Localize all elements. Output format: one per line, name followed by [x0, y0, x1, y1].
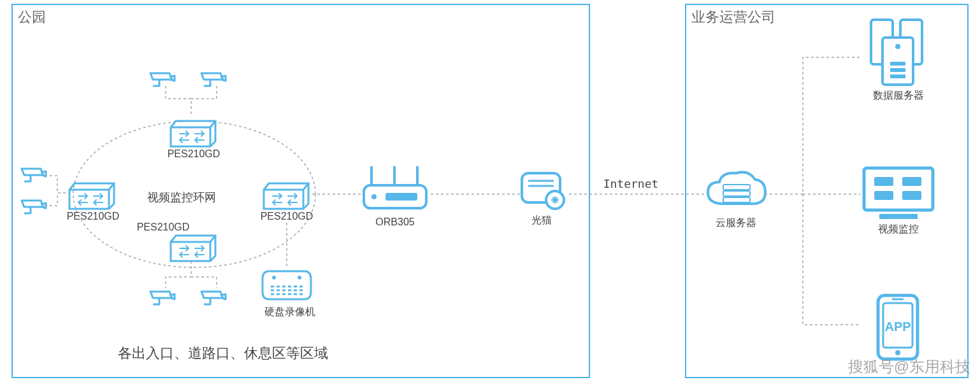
- cloud-label: 云服务器: [707, 216, 765, 230]
- svg-rect-10: [723, 197, 750, 202]
- link: [312, 191, 363, 197]
- switch-icon: [167, 115, 219, 148]
- svg-rect-22: [902, 191, 921, 200]
- switch-icon: [167, 229, 219, 262]
- svg-point-14: [895, 44, 900, 49]
- camera-link: [156, 261, 233, 290]
- cloud-icon: [704, 167, 768, 218]
- link: [284, 223, 296, 267]
- ring-label: 视频监控环网: [137, 190, 226, 205]
- app-badge: APP: [884, 320, 911, 334]
- svg-rect-18: [864, 168, 933, 210]
- svg-point-1: [272, 276, 276, 279]
- park-caption: 各出入口、道路口、休息区等区域: [83, 344, 363, 363]
- svg-rect-16: [890, 68, 905, 72]
- svg-point-4: [371, 194, 377, 199]
- servers-icon: [857, 16, 940, 86]
- switch-left-label: PES210GD: [64, 211, 122, 222]
- monitor-icon: [860, 164, 937, 222]
- switch-icon: [66, 177, 118, 210]
- servers-label: 数据服务器: [863, 89, 933, 103]
- modem-icon: [519, 171, 569, 213]
- svg-rect-9: [723, 191, 750, 196]
- svg-rect-21: [874, 191, 893, 200]
- app-icon: APP: [873, 293, 923, 363]
- monitor-label: 视频监控: [867, 223, 930, 236]
- svg-point-26: [895, 350, 900, 355]
- svg-rect-17: [890, 74, 905, 78]
- camera-link: [45, 171, 70, 215]
- modem-label: 光猫: [522, 214, 561, 227]
- switch-icon: [260, 177, 312, 210]
- svg-rect-19: [874, 177, 893, 186]
- switch-top-label: PES210GD: [164, 148, 223, 160]
- switch-bottom-label: PES210GD: [134, 222, 192, 233]
- camera-link: [156, 86, 233, 118]
- svg-rect-8: [723, 185, 750, 190]
- switch-right-label: PES210GD: [257, 211, 316, 222]
- router-label: ORB305: [370, 216, 421, 228]
- svg-rect-20: [902, 177, 921, 186]
- link: [431, 191, 520, 197]
- svg-rect-5: [386, 193, 417, 201]
- cloud-links: [765, 38, 867, 344]
- company-title: 业务运营公司: [691, 8, 775, 27]
- nvr-label: 硬盘录像机: [255, 306, 325, 319]
- nvr-icon: [261, 267, 312, 303]
- park-title: 公园: [18, 8, 46, 27]
- svg-rect-23: [879, 214, 918, 219]
- svg-point-2: [298, 276, 301, 279]
- svg-rect-15: [890, 62, 905, 66]
- internet-label: Internet: [599, 177, 663, 190]
- router-icon: [360, 162, 430, 213]
